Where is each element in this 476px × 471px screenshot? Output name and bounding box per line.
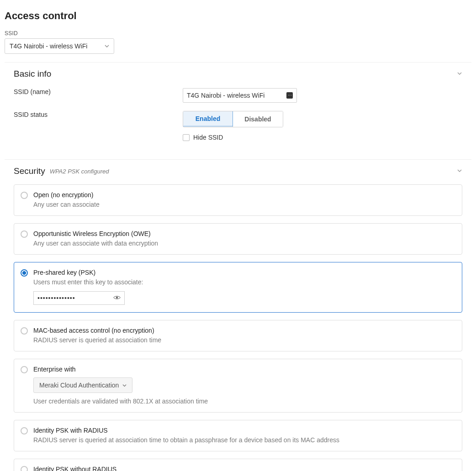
svg-point-0	[116, 297, 118, 298]
security-option-owe[interactable]: Opportunistic Wireless Encryption (OWE) …	[14, 223, 462, 255]
psk-title: Pre-shared key (PSK)	[33, 269, 455, 276]
ipsk-radius-desc: RADIUS server is queried at association …	[33, 436, 339, 444]
psk-password-input[interactable]: ••••••••••••••	[33, 291, 125, 305]
radio-ipsk-noradius[interactable]	[21, 466, 28, 471]
ipsk-radius-title: Identity PSK with RADIUS	[33, 427, 339, 434]
security-option-ipsk-radius[interactable]: Identity PSK with RADIUS RADIUS server i…	[14, 420, 462, 451]
page-title: Access control	[5, 10, 471, 22]
radio-owe[interactable]	[21, 230, 28, 238]
more-icon[interactable]: ⋯	[286, 92, 293, 99]
ssid-status-enabled[interactable]: Enabled	[183, 111, 233, 126]
ssid-picker-label: SSID	[5, 30, 471, 37]
psk-desc: Users must enter this key to associate:	[33, 278, 455, 286]
security-collapse-toggle[interactable]	[457, 167, 462, 175]
security-option-enterprise[interactable]: Enterprise with Meraki Cloud Authenticat…	[14, 359, 462, 413]
enterprise-auth-dropdown[interactable]: Meraki Cloud Authentication	[33, 377, 132, 393]
security-option-open[interactable]: Open (no encryption) Any user can associ…	[14, 184, 462, 216]
radio-open[interactable]	[21, 192, 28, 199]
owe-desc: Any user can associate with data encrypt…	[33, 240, 158, 247]
mac-title: MAC-based access control (no encryption)	[33, 327, 161, 334]
open-desc: Any user can associate	[33, 201, 100, 208]
hide-ssid-checkbox[interactable]	[183, 134, 190, 141]
chevron-down-icon	[122, 382, 127, 389]
radio-mac[interactable]	[21, 327, 28, 335]
security-option-ipsk-noradius[interactable]: Identity PSK without RADIUS Devices are …	[14, 459, 462, 471]
open-title: Open (no encryption)	[33, 191, 100, 199]
radio-ipsk-radius[interactable]	[21, 427, 28, 434]
security-option-mac[interactable]: MAC-based access control (no encryption)…	[14, 320, 462, 351]
enterprise-auth-value: Meraki Cloud Authentication	[39, 382, 119, 389]
ssid-status-segmented: Enabled Disabled	[183, 111, 283, 127]
hide-ssid-label: Hide SSID	[193, 134, 223, 141]
enterprise-desc: User credentials are validated with 802.…	[33, 398, 208, 405]
enterprise-title: Enterprise with	[33, 366, 208, 373]
security-subtitle: WPA2 PSK configured	[50, 168, 109, 175]
chevron-down-icon	[105, 42, 109, 50]
ssid-dropdown-value: T4G Nairobi - wireless WiFi	[10, 42, 87, 50]
basic-info-title: Basic info	[14, 69, 51, 79]
radio-psk[interactable]	[21, 269, 28, 277]
eye-icon[interactable]	[113, 294, 121, 302]
ssid-status-label: SSID status	[14, 111, 183, 141]
ssid-dropdown[interactable]: T4G Nairobi - wireless WiFi	[5, 38, 114, 54]
mac-desc: RADIUS server is queried at association …	[33, 336, 161, 344]
ssid-name-label: SSID (name)	[14, 88, 183, 103]
psk-password-value-masked: ••••••••••••••	[37, 294, 75, 302]
ipsk-noradius-title: Identity PSK without RADIUS	[33, 466, 207, 471]
radio-enterprise[interactable]	[21, 366, 28, 373]
owe-title: Opportunistic Wireless Encryption (OWE)	[33, 230, 158, 237]
ssid-status-disabled[interactable]: Disabled	[233, 111, 283, 127]
security-option-psk[interactable]: Pre-shared key (PSK) Users must enter th…	[14, 262, 462, 313]
ssid-name-value: T4G Nairobi - wireless WiFi	[187, 92, 264, 99]
basic-collapse-toggle[interactable]	[457, 70, 462, 78]
security-title: Security	[14, 166, 45, 176]
ssid-name-input[interactable]: T4G Nairobi - wireless WiFi ⋯	[183, 88, 297, 103]
